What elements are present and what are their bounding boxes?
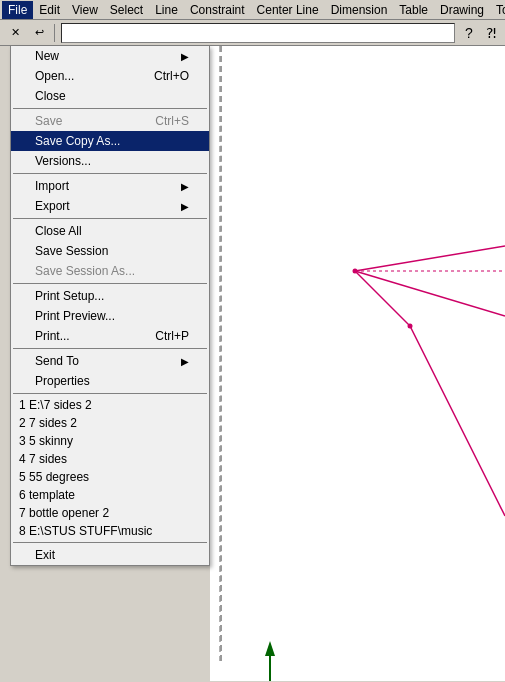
menu-separator-5	[13, 348, 207, 349]
menu-item-import-arrow: ▶	[181, 181, 189, 192]
menubar: File Edit View Select Line Constraint Ce…	[0, 0, 505, 20]
toolbar-extra-btn[interactable]: ⁈	[481, 23, 501, 43]
menu-item-print-setup-label: Print Setup...	[35, 289, 104, 303]
menu-item-recent-5[interactable]: 5 55 degrees	[11, 468, 209, 486]
menu-item-print-preview-label: Print Preview...	[35, 309, 115, 323]
menu-item-send-to[interactable]: Send To ▶	[11, 351, 209, 371]
menu-item-print[interactable]: Print... Ctrl+P	[11, 326, 209, 346]
menu-item-close-label: Close	[35, 89, 66, 103]
menubar-item-view[interactable]: View	[66, 1, 104, 19]
svg-point-6	[353, 269, 358, 274]
menu-item-new[interactable]: New ▶	[11, 46, 209, 66]
menubar-item-file[interactable]: File	[2, 1, 33, 19]
toolbar-separator-1	[54, 24, 55, 42]
menu-item-close-all-label: Close All	[35, 224, 82, 238]
menu-item-save-session-label: Save Session	[35, 244, 108, 258]
menu-item-versions-label: Versions...	[35, 154, 91, 168]
menu-item-exit-label: Exit	[35, 548, 55, 562]
toolbar-help-btn[interactable]: ?	[459, 23, 479, 43]
menu-item-recent-1[interactable]: 1 E:\7 sides 2	[11, 396, 209, 414]
menubar-item-select[interactable]: Select	[104, 1, 149, 19]
menubar-item-table[interactable]: Table	[393, 1, 434, 19]
menu-item-new-arrow: ▶	[181, 51, 189, 62]
menu-item-send-to-arrow: ▶	[181, 356, 189, 367]
menu-item-save-session-as[interactable]: Save Session As...	[11, 261, 209, 281]
menu-item-recent-2[interactable]: 2 7 sides 2	[11, 414, 209, 432]
menu-separator-6	[13, 393, 207, 394]
menu-item-import[interactable]: Import ▶	[11, 176, 209, 196]
menu-item-properties[interactable]: Properties	[11, 371, 209, 391]
menu-separator-3	[13, 218, 207, 219]
menu-item-close[interactable]: Close	[11, 86, 209, 106]
svg-point-7	[408, 324, 413, 329]
menu-item-save-shortcut: Ctrl+S	[155, 114, 189, 128]
menu-item-open-shortcut: Ctrl+O	[154, 69, 189, 83]
toolbar-input[interactable]	[61, 23, 455, 43]
menu-item-save-session-as-label: Save Session As...	[35, 264, 135, 278]
menu-item-recent-7[interactable]: 7 bottle opener 2	[11, 504, 209, 522]
menu-item-versions[interactable]: Versions...	[11, 151, 209, 171]
menubar-item-drawing[interactable]: Drawing	[434, 1, 490, 19]
menubar-item-constraint[interactable]: Constraint	[184, 1, 251, 19]
menu-item-recent-8[interactable]: 8 E:\STUS STUFF\music	[11, 522, 209, 540]
menu-separator-7	[13, 542, 207, 543]
menubar-item-centerline[interactable]: Center Line	[251, 1, 325, 19]
toolbar-undo-btn[interactable]: ↩	[28, 22, 50, 44]
menu-item-recent-6[interactable]: 6 template	[11, 486, 209, 504]
menu-item-print-shortcut: Ctrl+P	[155, 329, 189, 343]
menu-item-close-all[interactable]: Close All	[11, 221, 209, 241]
menu-item-new-label: New	[35, 49, 59, 63]
file-dropdown-menu: New ▶ Open... Ctrl+O Close Save Ctrl+S S…	[10, 46, 210, 566]
menu-item-export-arrow: ▶	[181, 201, 189, 212]
menu-item-recent-4[interactable]: 4 7 sides	[11, 450, 209, 468]
menu-item-save[interactable]: Save Ctrl+S	[11, 111, 209, 131]
menu-separator-2	[13, 173, 207, 174]
menu-item-recent-3[interactable]: 3 5 skinny	[11, 432, 209, 450]
drawing-svg	[210, 46, 505, 681]
menu-item-export-label: Export	[35, 199, 70, 213]
menu-item-properties-label: Properties	[35, 374, 90, 388]
menubar-item-edit[interactable]: Edit	[33, 1, 66, 19]
drawing-canvas-area	[210, 46, 505, 681]
menu-item-save-session[interactable]: Save Session	[11, 241, 209, 261]
svg-line-1	[355, 246, 505, 271]
menu-item-print-label: Print...	[35, 329, 70, 343]
toolbar: ✕ ↩ ? ⁈	[0, 20, 505, 46]
menubar-item-dimension[interactable]: Dimension	[325, 1, 394, 19]
menu-item-save-label: Save	[35, 114, 62, 128]
menu-item-open[interactable]: Open... Ctrl+O	[11, 66, 209, 86]
menubar-item-tools[interactable]: Tools	[490, 1, 505, 19]
menu-item-print-preview[interactable]: Print Preview...	[11, 306, 209, 326]
main-area: New ▶ Open... Ctrl+O Close Save Ctrl+S S…	[0, 46, 505, 681]
menu-item-print-setup[interactable]: Print Setup...	[11, 286, 209, 306]
menu-item-save-copy-as[interactable]: Save Copy As...	[11, 131, 209, 151]
menu-item-import-label: Import	[35, 179, 69, 193]
menu-item-send-to-label: Send To	[35, 354, 79, 368]
menu-item-exit[interactable]: Exit	[11, 545, 209, 565]
menubar-item-line[interactable]: Line	[149, 1, 184, 19]
toolbar-close-btn[interactable]: ✕	[4, 22, 26, 44]
menu-item-export[interactable]: Export ▶	[11, 196, 209, 216]
svg-line-4	[410, 326, 505, 516]
menu-separator-1	[13, 108, 207, 109]
svg-marker-8	[265, 641, 275, 656]
menu-item-save-copy-as-label: Save Copy As...	[35, 134, 120, 148]
menu-separator-4	[13, 283, 207, 284]
menu-item-open-label: Open...	[35, 69, 74, 83]
